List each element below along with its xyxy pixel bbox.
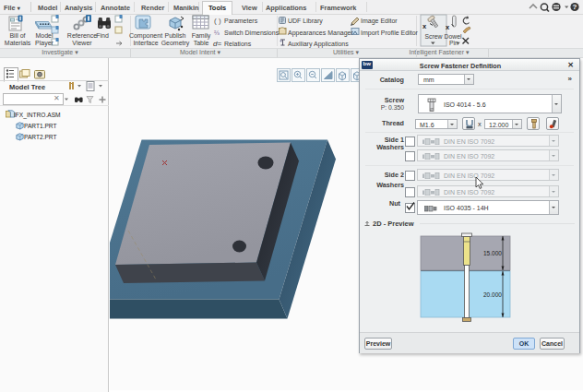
svg-text:Interface: Interface xyxy=(133,40,158,46)
svg-text:Component: Component xyxy=(129,32,162,40)
svg-text:Find: Find xyxy=(96,32,109,39)
svg-text:20.000: 20.000 xyxy=(483,291,502,298)
svg-text:( ): ( ) xyxy=(214,17,221,25)
svg-text:15.000: 15.000 xyxy=(483,250,502,256)
svg-text:Screw: Screw xyxy=(425,33,443,40)
svg-text:Player: Player xyxy=(35,40,54,47)
svg-text:Dowel: Dowel xyxy=(445,33,462,40)
svg-text:Parameters: Parameters xyxy=(224,18,258,24)
svg-text:Model: Model xyxy=(35,32,54,39)
svg-text:x: x xyxy=(446,23,450,31)
svg-text:⅔: ⅔ xyxy=(214,30,220,36)
svg-text:Table: Table xyxy=(194,40,209,46)
svg-text:Image Editor: Image Editor xyxy=(361,18,398,25)
svg-text:Reference: Reference xyxy=(67,32,97,39)
svg-text:Family: Family xyxy=(192,32,211,40)
svg-text:Appearances Manager: Appearances Manager xyxy=(288,30,353,37)
svg-text:Materials: Materials xyxy=(5,40,31,46)
svg-text:d=: d= xyxy=(213,40,221,48)
svg-text:Publish: Publish xyxy=(165,32,186,39)
svg-text:Switch Dimensions: Switch Dimensions xyxy=(224,30,280,36)
svg-text:Import Profile Editor: Import Profile Editor xyxy=(361,30,419,37)
svg-text:Geometry: Geometry xyxy=(161,40,190,47)
svg-text:Bill of: Bill of xyxy=(9,32,25,39)
svg-text:Auxiliary Applications: Auxiliary Applications xyxy=(288,41,349,48)
svg-text:?: ? xyxy=(573,3,577,11)
svg-text:Relations: Relations xyxy=(224,41,252,47)
svg-text:Viewer: Viewer xyxy=(72,40,92,46)
svg-text:UDF Library: UDF Library xyxy=(288,18,323,25)
